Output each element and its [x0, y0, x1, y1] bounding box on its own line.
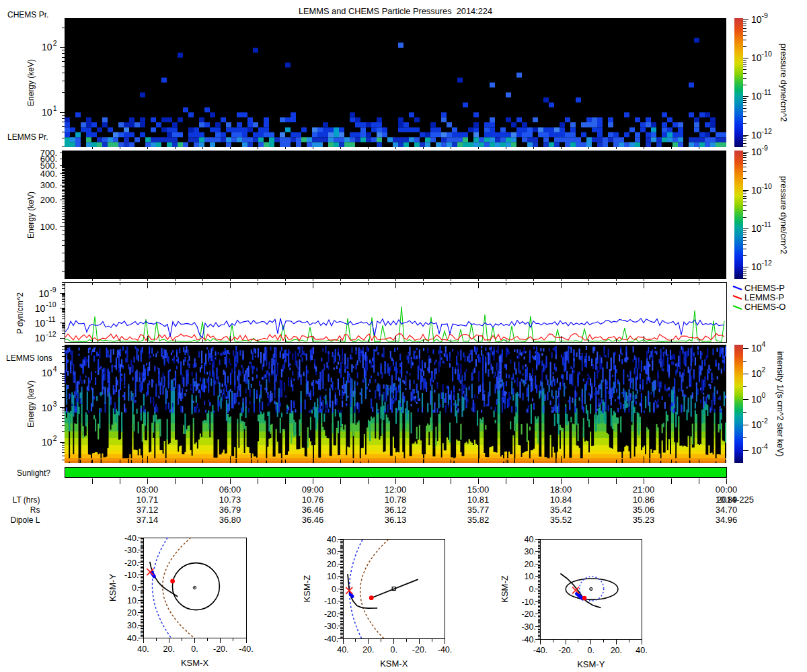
svg-text:0.: 0. [132, 583, 139, 593]
svg-text:Energy (keV): Energy (keV) [26, 59, 36, 106]
svg-text:15:00: 15:00 [467, 485, 490, 495]
svg-text:CHEMS-P: CHEMS-P [744, 283, 785, 293]
svg-text:LEMMS Ions: LEMMS Ions [6, 353, 52, 363]
svg-text:0: 0 [762, 391, 766, 399]
svg-text:40.: 40. [127, 634, 139, 643]
svg-text:Rs: Rs [30, 505, 40, 515]
svg-text:00:00: 00:00 [716, 485, 738, 495]
svg-text:KSM-Y: KSM-Y [108, 574, 118, 602]
svg-text:2: 2 [53, 434, 57, 442]
svg-text:P dyn/cm^2: P dyn/cm^2 [15, 292, 25, 334]
svg-text:20.: 20. [611, 646, 622, 655]
svg-text:LEMMS and CHEMS Particle Press: LEMMS and CHEMS Particle Pressures 2014:… [299, 6, 492, 16]
svg-text:36.13: 36.13 [385, 515, 407, 525]
svg-text:35.23: 35.23 [633, 515, 655, 525]
svg-text:10: 10 [751, 130, 762, 140]
svg-text:-20.: -20. [124, 558, 139, 568]
svg-text:06:00: 06:00 [219, 485, 241, 495]
svg-text:10: 10 [42, 42, 52, 52]
svg-text:10.: 10. [327, 572, 338, 581]
svg-text:10.84: 10.84 [550, 495, 572, 505]
svg-text:1: 1 [53, 104, 57, 112]
svg-text:37.12: 37.12 [137, 505, 159, 515]
svg-text:36.12: 36.12 [385, 505, 407, 515]
svg-text:4: 4 [762, 340, 766, 348]
svg-text:2: 2 [762, 366, 766, 374]
svg-text:10: 10 [39, 288, 50, 299]
svg-text:Energy (keV): Energy (keV) [26, 192, 36, 239]
svg-text:20.: 20. [163, 644, 175, 654]
svg-text:KSM-X: KSM-X [181, 658, 209, 668]
svg-text:10.78: 10.78 [385, 495, 407, 505]
svg-text:20.: 20. [362, 645, 374, 655]
svg-text:-30.: -30. [324, 622, 339, 631]
svg-text:40.: 40. [525, 535, 536, 544]
svg-text:2014-225: 2014-225 [717, 495, 754, 505]
svg-text:10: 10 [35, 303, 46, 314]
svg-text:10.81: 10.81 [467, 495, 490, 505]
svg-text:pressure dyne/cm^2: pressure dyne/cm^2 [779, 176, 789, 255]
svg-text:35.77: 35.77 [467, 505, 490, 515]
svg-text:0.: 0. [332, 585, 338, 594]
svg-text:-40.: -40. [533, 646, 548, 655]
svg-text:-10: -10 [46, 300, 56, 308]
svg-text:10: 10 [751, 52, 762, 63]
svg-text:35.82: 35.82 [467, 515, 490, 525]
svg-text:40.: 40. [337, 645, 348, 655]
svg-text:10: 10 [751, 419, 762, 430]
svg-text:30.: 30. [327, 547, 338, 556]
svg-text:40.: 40. [137, 644, 149, 654]
svg-text:Sunlight?: Sunlight? [17, 468, 50, 478]
svg-text:36.46: 36.46 [302, 515, 324, 525]
svg-text:10: 10 [751, 14, 762, 25]
svg-text:CHEMS-O: CHEMS-O [744, 302, 785, 312]
svg-text:pressure dyne/cm^2: pressure dyne/cm^2 [779, 44, 789, 122]
svg-text:-4: -4 [762, 442, 768, 450]
svg-text:10: 10 [751, 261, 762, 272]
svg-text:10: 10 [751, 185, 762, 196]
svg-text:-20.: -20. [412, 645, 427, 655]
svg-text:10: 10 [751, 91, 762, 101]
svg-text:34.96: 34.96 [716, 515, 738, 525]
svg-text:-10.: -10. [124, 571, 139, 580]
svg-text:10: 10 [42, 403, 52, 413]
svg-text:KSM-Z: KSM-Z [500, 575, 510, 603]
svg-text:10.: 10. [525, 572, 536, 581]
svg-text:-40.: -40. [521, 635, 536, 644]
svg-text:36.79: 36.79 [219, 505, 241, 515]
svg-text:10.: 10. [127, 596, 139, 605]
svg-text:-12: -12 [762, 259, 772, 267]
svg-text:-10.: -10. [324, 597, 339, 606]
svg-text:10: 10 [751, 394, 762, 405]
svg-text:37.14: 37.14 [137, 515, 159, 525]
svg-text:40.: 40. [636, 646, 647, 655]
svg-text:35.52: 35.52 [550, 515, 572, 525]
svg-text:KSM-Y: KSM-Y [577, 659, 605, 669]
svg-text:10.86: 10.86 [633, 495, 655, 505]
svg-text:-9: -9 [762, 144, 768, 152]
svg-text:40.: 40. [327, 535, 338, 544]
svg-text:10: 10 [42, 107, 52, 118]
svg-text:LT (hrs): LT (hrs) [13, 495, 40, 505]
svg-text:36.80: 36.80 [219, 515, 241, 525]
svg-text:10.76: 10.76 [302, 495, 324, 505]
svg-text:-40.: -40. [438, 645, 453, 655]
svg-text:10: 10 [35, 333, 46, 343]
svg-text:10.73: 10.73 [219, 495, 241, 505]
svg-text:-20.: -20. [521, 610, 536, 619]
svg-text:-2: -2 [762, 417, 768, 425]
svg-text:10: 10 [751, 223, 762, 234]
svg-text:10: 10 [751, 146, 762, 157]
svg-text:-11: -11 [762, 88, 772, 96]
svg-text:18:00: 18:00 [550, 485, 572, 495]
svg-text:-40.: -40. [124, 534, 139, 543]
svg-text:30.: 30. [525, 547, 536, 556]
svg-text:-20.: -20. [213, 644, 228, 654]
svg-text:KSM-X: KSM-X [380, 659, 408, 669]
svg-text:10: 10 [751, 343, 762, 353]
svg-text:-10: -10 [762, 50, 772, 58]
svg-text:-11: -11 [762, 220, 772, 228]
svg-text:20.: 20. [127, 608, 139, 618]
svg-text:-40.: -40. [324, 634, 339, 644]
svg-text:100.: 100. [40, 222, 57, 232]
